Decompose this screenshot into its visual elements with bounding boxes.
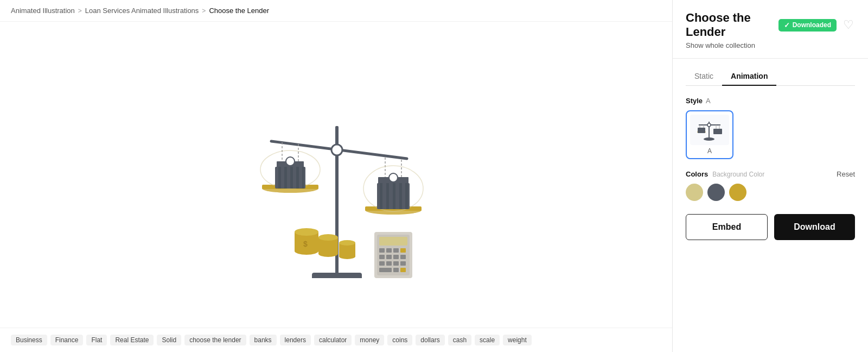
action-buttons: Embed Download [686,214,855,240]
tag-cash[interactable]: cash [448,335,471,345]
svg-rect-54 [393,261,399,266]
breadcrumb-current: Choose the Lender [209,7,269,15]
svg-rect-52 [379,261,385,266]
svg-rect-12 [278,167,281,188]
svg-rect-56 [379,268,392,272]
svg-rect-57 [393,268,399,272]
svg-rect-58 [400,268,406,272]
svg-rect-13 [284,167,287,188]
tags-bar: BusinessFinanceFlatReal EstateSolidchoos… [0,328,672,352]
reset-button[interactable]: Reset [837,170,855,178]
svg-rect-29 [405,183,408,209]
breadcrumb-loan-services[interactable]: Loan Services Animated Illustrations [85,7,199,15]
svg-rect-50 [393,255,399,259]
svg-rect-47 [400,248,406,253]
tag-banks[interactable]: banks [250,335,277,345]
svg-rect-43 [379,237,407,246]
svg-point-40 [339,240,355,246]
breadcrumb: Animated Illustration > Loan Services An… [0,0,672,22]
style-label: Style A [686,97,855,105]
svg-rect-14 [290,167,293,188]
color-swatch-dark-gray[interactable] [707,184,725,201]
color-swatch-tan[interactable] [686,184,703,201]
tag-dollars[interactable]: dollars [416,335,444,345]
check-icon: ✓ [784,21,790,29]
tag-calculator[interactable]: calculator [314,335,352,345]
right-header: Choose the Lender ✓ Downloaded ♡ [686,11,855,39]
svg-rect-16 [302,167,304,188]
svg-rect-15 [296,167,299,188]
style-thumbnail [690,115,729,145]
favorite-button[interactable]: ♡ [842,18,855,32]
style-options: A [686,110,855,159]
tag-choose-the-lender[interactable]: choose the lender [184,335,246,345]
svg-rect-51 [400,255,406,259]
svg-point-37 [318,234,338,241]
downloaded-label: Downloaded [793,21,831,29]
colors-text: Colors [686,170,708,178]
tab-animation[interactable]: Animation [722,67,776,86]
svg-rect-65 [698,128,705,133]
svg-rect-53 [386,261,392,266]
svg-rect-49 [386,255,392,259]
downloaded-badge: ✓ Downloaded [778,19,837,32]
right-panel: Choose the Lender ✓ Downloaded ♡ Show wh… [673,0,868,352]
download-button[interactable]: Download [774,214,855,240]
svg-rect-48 [379,255,385,259]
svg-rect-28 [399,183,402,209]
svg-rect-44 [379,248,385,253]
colors-header: Colors Background Color Reset [686,170,855,178]
tag-lenders[interactable]: lenders [280,335,311,345]
divider [673,58,868,59]
tag-weight[interactable]: weight [503,335,532,345]
color-swatches [686,184,855,201]
style-sub: A [706,97,711,105]
tag-finance[interactable]: Finance [50,335,84,345]
breadcrumb-sep-2: > [202,7,206,15]
svg-rect-46 [393,248,399,253]
show-collection-link[interactable]: Show whole collection [686,41,855,49]
tag-solid[interactable]: Solid [157,335,181,345]
tab-static[interactable]: Static [686,67,722,86]
tag-money[interactable]: money [355,335,384,345]
tag-scale[interactable]: scale [475,335,500,345]
bg-color-label: Background Color [712,171,764,178]
style-text: Style [686,97,703,105]
illustration-svg: $ [222,72,450,278]
svg-rect-55 [400,261,406,266]
embed-button[interactable]: Embed [686,214,768,240]
colors-label: Colors Background Color [686,170,764,178]
svg-point-33 [295,228,318,236]
svg-rect-45 [386,248,392,253]
tag-coins[interactable]: coins [387,335,412,345]
tag-flat[interactable]: Flat [86,335,107,345]
page-title: Choose the Lender [686,11,778,39]
style-option-letter: A [707,147,712,155]
svg-rect-2 [312,273,362,278]
header-actions: ✓ Downloaded ♡ [778,18,855,32]
color-swatch-gold[interactable] [729,184,746,201]
illustration-area: $ [0,22,672,328]
svg-point-17 [286,157,295,166]
svg-point-30 [389,173,398,182]
tabs: Static Animation [686,67,855,86]
svg-rect-26 [386,183,389,209]
svg-text:$: $ [303,240,308,248]
breadcrumb-animated-illustration[interactable]: Animated Illustration [11,7,75,15]
tag-real-estate[interactable]: Real Estate [110,335,154,345]
svg-rect-25 [380,183,382,209]
tag-business[interactable]: Business [11,335,47,345]
svg-rect-69 [713,129,722,134]
style-option-a[interactable]: A [686,110,733,159]
breadcrumb-sep-1: > [78,7,82,15]
svg-rect-27 [393,183,395,209]
svg-point-70 [704,137,714,141]
svg-point-4 [331,144,342,155]
left-panel: Animated Illustration > Loan Services An… [0,0,673,352]
svg-point-61 [707,123,711,127]
